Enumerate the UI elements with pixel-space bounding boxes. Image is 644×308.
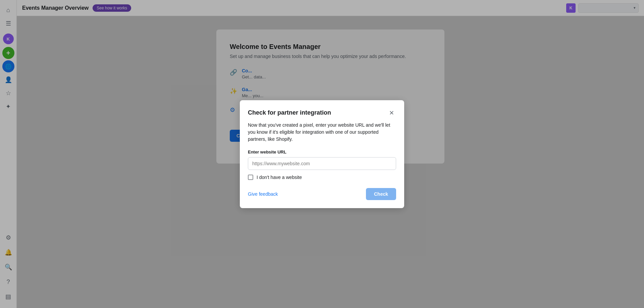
partner-integration-modal: Check for partner integration ✕ Now that…: [240, 100, 404, 208]
modal-overlay: Check for partner integration ✕ Now that…: [0, 0, 644, 308]
give-feedback-link[interactable]: Give feedback: [248, 191, 278, 197]
check-button[interactable]: Check: [366, 188, 396, 200]
website-url-input[interactable]: [248, 157, 396, 170]
no-website-row: I don't have a website: [248, 175, 396, 180]
page-content: Welcome to Events Manager Set up and man…: [17, 16, 644, 308]
modal-description: Now that you've created a pixel, enter y…: [248, 122, 396, 143]
main-content: Events Manager Overview See how it works…: [17, 0, 644, 308]
modal-header: Check for partner integration ✕: [248, 108, 396, 118]
modal-close-button[interactable]: ✕: [387, 108, 396, 118]
url-label: Enter website URL: [248, 149, 396, 155]
no-website-label[interactable]: I don't have a website: [257, 175, 302, 180]
modal-footer: Give feedback Check: [248, 188, 396, 200]
modal-title: Check for partner integration: [248, 109, 331, 116]
close-icon: ✕: [389, 109, 394, 117]
no-website-checkbox[interactable]: [248, 175, 253, 180]
